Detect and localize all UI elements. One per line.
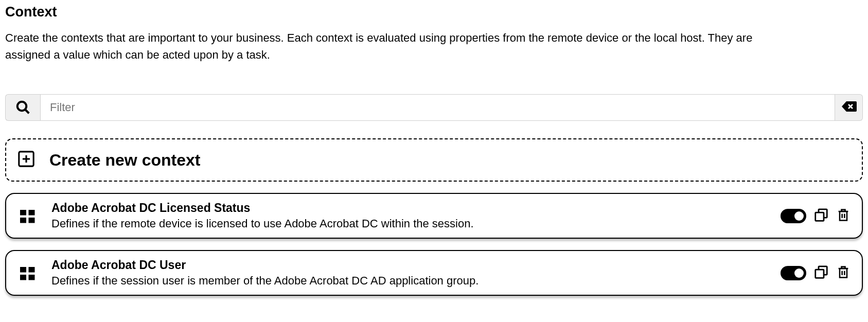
context-actions <box>781 264 851 282</box>
context-title: Adobe Acrobat DC User <box>51 258 767 272</box>
svg-rect-7 <box>20 210 26 216</box>
svg-rect-12 <box>816 212 824 221</box>
context-card[interactable]: Adobe Acrobat DC Licensed Status Defines… <box>5 193 863 239</box>
copy-button[interactable] <box>813 207 829 225</box>
context-card[interactable]: Adobe Acrobat DC User Defines if the ses… <box>5 250 863 296</box>
page-description: Create the contexts that are important t… <box>5 29 777 63</box>
backspace-icon <box>841 100 857 115</box>
svg-rect-20 <box>816 270 824 278</box>
grid-icon <box>17 207 38 225</box>
svg-rect-10 <box>29 218 35 223</box>
filter-bar <box>5 94 863 121</box>
copy-icon <box>813 264 829 282</box>
search-icon <box>5 94 40 121</box>
svg-rect-9 <box>20 218 26 223</box>
plus-box-icon <box>17 150 35 170</box>
trash-icon <box>836 207 851 225</box>
svg-rect-18 <box>29 275 35 280</box>
enable-toggle[interactable] <box>781 209 806 223</box>
copy-icon <box>813 207 829 225</box>
svg-line-1 <box>25 110 29 114</box>
page-title: Context <box>5 4 863 20</box>
context-title: Adobe Acrobat DC Licensed Status <box>51 201 767 215</box>
enable-toggle[interactable] <box>781 266 806 280</box>
filter-input[interactable] <box>40 94 835 121</box>
svg-point-0 <box>17 102 26 111</box>
create-context-label: Create new context <box>49 151 200 170</box>
context-description: Defines if the remote device is licensed… <box>51 217 767 230</box>
context-actions <box>781 207 851 225</box>
context-description: Defines if the session user is member of… <box>51 274 767 288</box>
svg-rect-17 <box>20 275 26 280</box>
clear-filter-button[interactable] <box>835 94 863 121</box>
grid-icon <box>17 264 38 282</box>
svg-rect-15 <box>20 267 26 273</box>
delete-button[interactable] <box>836 264 851 282</box>
svg-rect-16 <box>29 267 35 273</box>
svg-rect-8 <box>29 210 35 216</box>
copy-button[interactable] <box>813 264 829 282</box>
trash-icon <box>836 264 851 282</box>
context-card-body: Adobe Acrobat DC User Defines if the ses… <box>51 258 767 288</box>
create-context-button[interactable]: Create new context <box>5 138 863 182</box>
delete-button[interactable] <box>836 207 851 225</box>
context-card-body: Adobe Acrobat DC Licensed Status Defines… <box>51 201 767 230</box>
